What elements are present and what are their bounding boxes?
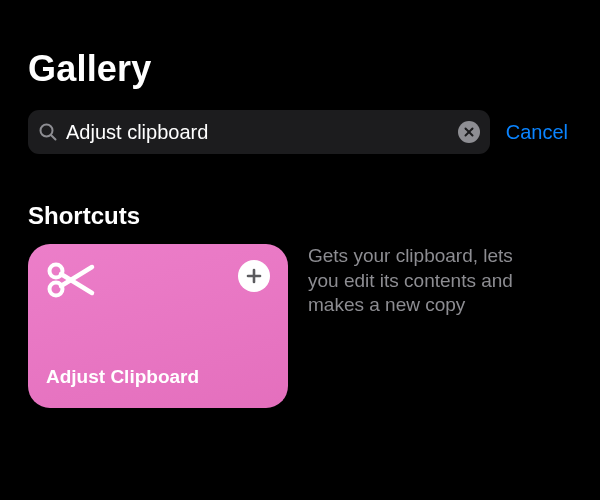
- result-description: Gets your clipboard, lets you edit its c…: [308, 244, 538, 318]
- card-top: [46, 260, 270, 300]
- add-shortcut-button[interactable]: [238, 260, 270, 292]
- page-title: Gallery: [28, 0, 572, 110]
- cancel-button[interactable]: Cancel: [506, 121, 572, 144]
- scissors-icon: [46, 260, 98, 300]
- clear-search-button[interactable]: [458, 121, 480, 143]
- search-input[interactable]: [66, 121, 450, 144]
- svg-line-1: [51, 135, 55, 139]
- search-row: Cancel: [28, 110, 572, 154]
- card-title: Adjust Clipboard: [46, 366, 270, 392]
- shortcut-card[interactable]: Adjust Clipboard: [28, 244, 288, 408]
- section-header: Shortcuts: [28, 154, 572, 244]
- result-row: Adjust Clipboard Gets your clipboard, le…: [28, 244, 572, 408]
- search-field[interactable]: [28, 110, 490, 154]
- search-icon: [38, 122, 58, 142]
